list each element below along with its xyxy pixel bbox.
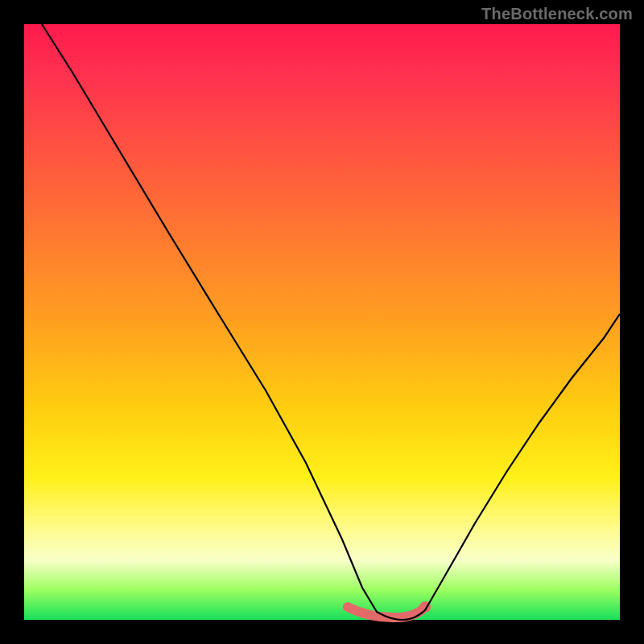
chart-frame: TheBottleneck.com bbox=[0, 0, 644, 644]
curve-svg bbox=[24, 24, 620, 620]
bottleneck-curve bbox=[42, 24, 620, 620]
plot-area bbox=[24, 24, 620, 620]
watermark-text: TheBottleneck.com bbox=[481, 5, 633, 23]
